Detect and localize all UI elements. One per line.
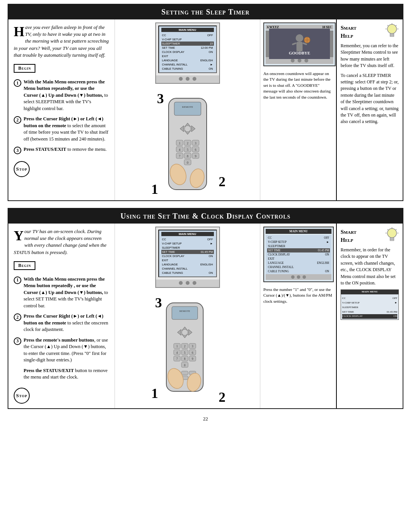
stop-badge-2: Stop (14, 388, 30, 404)
page-wrapper: Setting the Sleep Timer Have you ever fa… (0, 0, 411, 429)
step2-3: 3 Press the remote's number buttons, or … (14, 337, 109, 364)
svg-text:6: 6 (195, 148, 196, 152)
section1-instructions: Have you ever fallen asleep in front of … (8, 19, 115, 200)
svg-text:1: 1 (179, 142, 180, 145)
svg-text:8: 8 (184, 357, 185, 361)
section1-box: Setting the Sleep Timer Have you ever fa… (8, 4, 403, 201)
step1-3: 3 Press STATUS/EXIT to remove the menu. (14, 146, 109, 154)
svg-text:REMOTE: REMOTE (182, 105, 193, 109)
step2-1: 1 With the Main Menu onscreen press the … (14, 276, 109, 310)
svg-rect-32 (296, 42, 303, 51)
svg-text:5: 5 (184, 351, 185, 355)
section1-content: Have you ever fallen asleep in front of … (8, 19, 403, 200)
bulb-icon-2 (386, 227, 399, 244)
svg-text:REMOTE: REMOTE (179, 310, 190, 312)
tv-screenshot-2: MAIN MENU CCOFF V-CHIP SETUP► SLEEPTIMER… (263, 227, 334, 282)
svg-text:5: 5 (187, 148, 188, 152)
section2-content: Your TV has an on-screen clock. During n… (8, 224, 403, 408)
svg-rect-1 (174, 102, 201, 115)
num-label-2b: 2 (219, 389, 226, 405)
section2-header: Using the Set Time & Clock Display Contr… (8, 209, 403, 224)
svg-line-42 (387, 25, 388, 26)
goodbye-text: GOODBYE (289, 51, 310, 55)
tv-screen-2: MAIN MENU CCOFF V-CHIP SETUP► SLEEPTIMER… (158, 230, 217, 277)
section1-middle: MAIN MENU CCOFF V-CHIP SETUP SLEEPTIMER1… (115, 19, 260, 200)
begin-badge-1: Begin (14, 64, 35, 73)
svg-text:9: 9 (195, 155, 196, 158)
section1-full-right: MAIN MENU CCOFF V-CHIP SETUP SLEEPTIMER1… (115, 19, 403, 200)
section2-box: Using the Set Time & Clock Display Contr… (8, 208, 403, 409)
step2-4: 4 Press the STATUS/EXIT button to remove… (14, 367, 109, 381)
svg-text:7: 7 (176, 357, 178, 361)
svg-rect-75 (181, 371, 188, 375)
svg-line-86 (387, 229, 388, 230)
page-number: 22 (8, 416, 403, 425)
svg-point-31 (296, 34, 303, 42)
mini-tv-2: MAIN MENU CCOFF V-CHIP SETUP► SLEEPTIMER… (341, 289, 399, 320)
remote-area-2: 3 REMOTE 1 2 3 4 (150, 295, 226, 405)
num-label-1b: 1 (151, 385, 158, 401)
section2-middle: MAIN MENU CCOFF V-CHIP SETUP► SLEEPTIMER… (115, 224, 260, 408)
svg-text:3: 3 (195, 142, 196, 145)
stop-badge-1: Stop (14, 161, 30, 177)
svg-text:1: 1 (176, 345, 178, 348)
remote-area-1: 3 REMOTE 1 2 (150, 91, 226, 197)
section1-smart-help-text2: To cancel a SLEEP TIMER setting: select … (341, 72, 399, 125)
begin-badge-2: Begin (14, 261, 35, 270)
svg-text:4: 4 (176, 351, 178, 355)
svg-rect-40 (390, 35, 394, 37)
svg-text:2: 2 (187, 142, 188, 145)
svg-rect-39 (390, 34, 394, 35)
remote-svg-1: REMOTE 1 2 3 4 5 (157, 94, 218, 193)
section2-full-right: MAIN MENU CCOFF V-CHIP SETUP► SLEEPTIMER… (115, 224, 403, 408)
step1-2: 2 Press the Cursor Right (►) or Left (◄)… (14, 116, 109, 142)
svg-line-87 (396, 229, 397, 230)
tv-screenshot-1: 6 WXYZ 10 SEC (263, 22, 336, 66)
step2-2: 2 Press the Cursor Right (►) or Left (◄)… (14, 313, 109, 333)
section1-caption: An onscreen countdown will appear on the… (263, 71, 333, 100)
section2-instructions: Your TV has an on-screen clock. During n… (8, 224, 115, 408)
svg-rect-47 (172, 307, 198, 320)
svg-text:4: 4 (179, 148, 180, 152)
section2-smart-help: Smart Help (336, 224, 403, 408)
section1-header: Setting the Sleep Timer (8, 5, 403, 19)
svg-point-73 (182, 329, 188, 335)
section2-right-panel: MAIN MENU CCOFF V-CHIP SETUP► SLEEPTIMER… (260, 224, 336, 408)
svg-text:2: 2 (184, 345, 185, 348)
svg-text:0: 0 (187, 161, 188, 165)
section2-smart-help-text: Remember, in order for the clock to appe… (341, 247, 399, 286)
step1-1: 1 With the Main Menu onscreen press the … (14, 79, 109, 112)
section2-intro: Your TV has an on-screen clock. During n… (14, 228, 109, 256)
svg-text:6: 6 (191, 351, 193, 355)
svg-text:9: 9 (191, 357, 193, 361)
tv-illustration-2: MAIN MENU CCOFF V-CHIP SETUP► SLEEPTIMER… (155, 227, 220, 288)
tv-img-area-1: GOODBYE (266, 30, 333, 57)
svg-point-82 (387, 228, 397, 238)
svg-rect-84 (390, 239, 394, 241)
svg-point-27 (185, 126, 191, 132)
svg-text:8: 8 (187, 155, 188, 158)
svg-line-43 (396, 25, 397, 26)
num-label-2: 2 (219, 174, 226, 190)
num-label-1: 1 (151, 181, 158, 197)
svg-text:3: 3 (191, 345, 193, 348)
svg-rect-83 (390, 238, 394, 239)
section2-caption: Press the number "1" and "0", or use the… (263, 287, 333, 304)
section1-smart-help-text: Remember, you can refer to the Sleeptime… (341, 43, 399, 69)
tv-illustration-1: MAIN MENU CCOFF V-CHIP SETUP SLEEPTIMER1… (155, 22, 220, 84)
section1-right-panel: 6 WXYZ 10 SEC (260, 19, 336, 200)
remote-svg-2: REMOTE 1 2 3 4 5 6 (155, 299, 214, 396)
svg-point-38 (387, 24, 397, 34)
svg-text:7: 7 (179, 155, 180, 158)
section1-smart-help: Smart Help (336, 19, 403, 200)
bulb-icon-1 (386, 23, 399, 40)
section1-intro: Have you ever fallen asleep in front of … (14, 24, 109, 59)
svg-text:0: 0 (184, 364, 185, 367)
tv-screen-1: MAIN MENU CCOFF V-CHIP SETUP SLEEPTIMER1… (158, 26, 217, 73)
